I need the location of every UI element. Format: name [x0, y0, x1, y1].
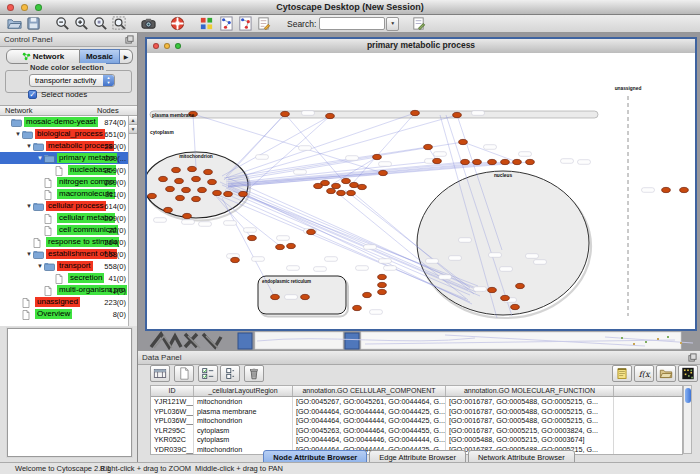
- graph-node[interactable]: [501, 159, 510, 164]
- graph-node[interactable]: [176, 195, 185, 200]
- scroll-up-icon[interactable]: ▲: [129, 116, 137, 125]
- tabs-overflow-arrow-icon[interactable]: ▶: [120, 49, 133, 64]
- tree-row-secretion[interactable]: secretion41(0): [0, 272, 137, 284]
- tree-row-cell-communicat[interactable]: cell communicat22(0): [0, 224, 137, 236]
- notepad-icon[interactable]: [612, 365, 632, 382]
- graph-node[interactable]: [461, 159, 470, 164]
- graph-node[interactable]: [326, 113, 335, 118]
- table-row[interactable]: YKR052Ccytoplasm[GO:0044464, GO:0044446,…: [151, 435, 682, 445]
- graph-node[interactable]: [204, 169, 213, 174]
- scroll-down-icon[interactable]: ▼: [129, 125, 137, 134]
- network-canvas[interactable]: plasma membranecytoplasmmitochondrionnuc…: [147, 53, 695, 329]
- graph-node[interactable]: [213, 190, 222, 195]
- graph-node[interactable]: [192, 176, 201, 181]
- graph-node[interactable]: [248, 235, 257, 240]
- table-row[interactable]: YPL036W__1mitochondrion[GO:0044464, GO:0…: [151, 416, 682, 426]
- tree-row-cellular-metabo[interactable]: cellular metabo209(0): [0, 212, 137, 224]
- zoom-window-icon[interactable]: [35, 4, 42, 11]
- graph-node[interactable]: [198, 187, 207, 192]
- float-panel-icon[interactable]: [688, 353, 697, 362]
- graph-node[interactable]: [327, 188, 336, 193]
- graph-node[interactable]: [192, 196, 201, 201]
- tree-row-cellular-process[interactable]: ▼cellular process614(0): [0, 200, 137, 212]
- tree-row-overview[interactable]: Overview8(0): [0, 308, 137, 320]
- zoom-in-icon[interactable]: [74, 16, 89, 31]
- tree-row-biological-process[interactable]: ▼biological_process651(0): [0, 128, 137, 140]
- formula-icon[interactable]: f(x): [634, 365, 654, 382]
- table-scrollbar[interactable]: [683, 385, 692, 454]
- table-row[interactable]: YPL036W__2plasma membrane[GO:0044464, GO…: [151, 407, 682, 417]
- network-view-frame[interactable]: primary metabolic process plasma membran…: [145, 37, 697, 331]
- attribute-select-icon[interactable]: [150, 365, 170, 382]
- tree-row-nitrogen-compo[interactable]: nitrogen compo209(0): [0, 176, 137, 188]
- tree-row-metabolic-process[interactable]: ▼metabolic process280(0): [0, 140, 137, 152]
- graph-node[interactable]: [459, 139, 468, 144]
- table-row[interactable]: YLR295Ccytoplasm[GO:0045263, GO:0044464,…: [151, 426, 682, 436]
- graph-node[interactable]: [501, 295, 510, 300]
- attribute-create-icon[interactable]: [174, 365, 194, 382]
- tree-row-multi-organism-pro[interactable]: multi-organism pro42(0): [0, 284, 137, 296]
- graph-node[interactable]: [411, 110, 420, 115]
- matrix-icon[interactable]: [678, 365, 698, 382]
- graph-node[interactable]: [488, 159, 497, 164]
- tree-expand-arrow-icon[interactable]: ▼: [25, 203, 33, 209]
- tree-expand-arrow-icon[interactable]: ▼: [36, 155, 44, 161]
- graph-node[interactable]: [516, 283, 525, 288]
- float-panel-icon[interactable]: [125, 35, 134, 44]
- search-config-icon[interactable]: [411, 16, 426, 31]
- graph-node[interactable]: [301, 294, 310, 299]
- frame-minimize-icon[interactable]: [164, 43, 170, 49]
- graph-node[interactable]: [379, 170, 388, 175]
- zoom-fit-icon[interactable]: [112, 16, 127, 31]
- table-row[interactable]: YJR121W__1mitochondrion[GO:0045267, GO:0…: [151, 397, 682, 407]
- attribute-delete-icon[interactable]: [244, 365, 264, 382]
- graph-node[interactable]: [378, 289, 387, 294]
- tree-row-transport[interactable]: ▼transport558(0): [0, 260, 137, 272]
- graph-node[interactable]: [307, 229, 316, 234]
- graph-node[interactable]: [378, 274, 387, 279]
- graph-node[interactable]: [188, 166, 197, 171]
- minimize-window-icon[interactable]: [21, 4, 28, 11]
- graph-node[interactable]: [662, 187, 671, 192]
- annotation-icon[interactable]: [256, 16, 271, 31]
- network-view-titlebar[interactable]: primary metabolic process: [147, 39, 695, 54]
- graph-node[interactable]: [182, 187, 191, 192]
- graph-node[interactable]: [513, 159, 522, 164]
- graph-node[interactable]: [148, 193, 157, 198]
- help-icon[interactable]: [170, 16, 185, 31]
- zoom-selected-icon[interactable]: [93, 16, 108, 31]
- search-input[interactable]: [319, 17, 385, 30]
- graph-node[interactable]: [159, 176, 168, 181]
- graph-node[interactable]: [433, 158, 442, 163]
- graph-node[interactable]: [488, 287, 497, 292]
- graph-node[interactable]: [424, 144, 433, 149]
- attribute-unified-icon[interactable]: [220, 365, 240, 382]
- graph-node[interactable]: [183, 213, 192, 218]
- column-header[interactable]: ID: [151, 386, 194, 396]
- tree-expand-arrow-icon[interactable]: ▼: [25, 143, 33, 149]
- graph-node[interactable]: [378, 282, 387, 287]
- tree-row-response-to-stimulu[interactable]: response to stimulu264(0): [0, 236, 137, 248]
- graph-node[interactable]: [175, 178, 184, 183]
- tab-network[interactable]: Network: [6, 49, 80, 64]
- graph-node[interactable]: [353, 305, 362, 310]
- network-overlay-b-icon[interactable]: [237, 16, 252, 31]
- graph-node[interactable]: [453, 112, 462, 117]
- column-header[interactable]: annotation.GO MOLECULAR_FUNCTION: [446, 386, 614, 396]
- graph-node[interactable]: [271, 294, 280, 299]
- search-dropdown-icon[interactable]: ▼: [386, 17, 399, 31]
- graph-node[interactable]: [473, 159, 482, 164]
- node-color-dropdown[interactable]: transporter activity ▲▼: [29, 74, 115, 87]
- snapshot-icon[interactable]: [141, 16, 156, 31]
- scrollbar-thumb[interactable]: [685, 388, 691, 403]
- graph-node[interactable]: [164, 207, 173, 212]
- graph-node[interactable]: [350, 182, 359, 187]
- close-window-icon[interactable]: [7, 4, 14, 11]
- graph-node[interactable]: [166, 186, 175, 191]
- graph-node[interactable]: [239, 191, 248, 196]
- tree-scrollbar[interactable]: ▲▼: [128, 116, 137, 326]
- graph-node[interactable]: [276, 244, 285, 249]
- tree-expand-arrow-icon[interactable]: ▼: [25, 251, 33, 257]
- graph-node[interactable]: [373, 154, 382, 159]
- select-nodes-checkbox[interactable]: ✓: [28, 90, 37, 99]
